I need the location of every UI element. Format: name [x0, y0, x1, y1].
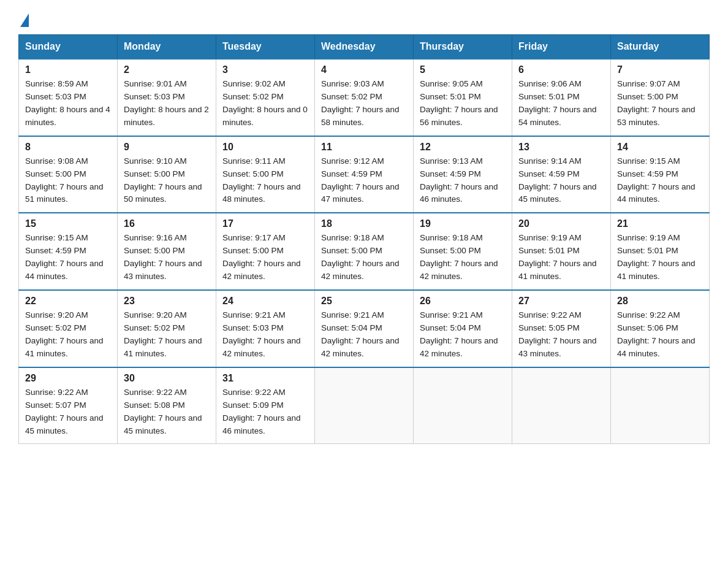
- day-number: 14: [617, 142, 703, 153]
- calendar-day-cell: 2 Sunrise: 9:01 AMSunset: 5:03 PMDayligh…: [118, 59, 216, 136]
- day-number: 10: [222, 142, 308, 153]
- day-info: Sunrise: 9:21 AMSunset: 5:04 PMDaylight:…: [321, 309, 407, 361]
- day-info: Sunrise: 9:18 AMSunset: 5:00 PMDaylight:…: [420, 232, 506, 283]
- calendar-day-cell: 3 Sunrise: 9:02 AMSunset: 5:02 PMDayligh…: [216, 59, 315, 136]
- day-info: Sunrise: 9:05 AMSunset: 5:01 PMDaylight:…: [420, 78, 506, 129]
- day-info: Sunrise: 9:22 AMSunset: 5:08 PMDaylight:…: [124, 386, 210, 438]
- day-info: Sunrise: 9:02 AMSunset: 5:02 PMDaylight:…: [222, 78, 308, 129]
- calendar-day-cell: 23 Sunrise: 9:20 AMSunset: 5:02 PMDaylig…: [118, 290, 216, 367]
- day-number: 24: [222, 296, 308, 307]
- day-info: Sunrise: 9:17 AMSunset: 5:00 PMDaylight:…: [222, 232, 308, 283]
- day-info: Sunrise: 9:07 AMSunset: 5:00 PMDaylight:…: [617, 78, 703, 129]
- calendar-day-cell: 25 Sunrise: 9:21 AMSunset: 5:04 PMDaylig…: [315, 290, 414, 367]
- day-number: 12: [420, 142, 506, 153]
- day-number: 3: [222, 64, 308, 75]
- calendar-day-cell: 1 Sunrise: 8:59 AMSunset: 5:03 PMDayligh…: [19, 59, 118, 136]
- day-info: Sunrise: 9:01 AMSunset: 5:03 PMDaylight:…: [124, 78, 210, 129]
- day-info: Sunrise: 9:15 AMSunset: 4:59 PMDaylight:…: [25, 232, 111, 283]
- weekday-header-tuesday: Tuesday: [216, 35, 315, 59]
- day-number: 13: [518, 142, 604, 153]
- day-number: 28: [617, 296, 703, 307]
- weekday-header-monday: Monday: [118, 35, 216, 59]
- calendar-day-cell: 29 Sunrise: 9:22 AMSunset: 5:07 PMDaylig…: [19, 367, 118, 444]
- calendar-day-cell: 27 Sunrise: 9:22 AMSunset: 5:05 PMDaylig…: [512, 290, 611, 367]
- day-number: 6: [518, 64, 604, 75]
- calendar-day-cell: 30 Sunrise: 9:22 AMSunset: 5:08 PMDaylig…: [118, 367, 216, 444]
- day-number: 5: [420, 64, 506, 75]
- calendar-day-cell: 19 Sunrise: 9:18 AMSunset: 5:00 PMDaylig…: [414, 213, 512, 290]
- calendar-day-cell: [611, 367, 710, 444]
- calendar-day-cell: 17 Sunrise: 9:17 AMSunset: 5:00 PMDaylig…: [216, 213, 315, 290]
- calendar-day-cell: 26 Sunrise: 9:21 AMSunset: 5:04 PMDaylig…: [414, 290, 512, 367]
- calendar-day-cell: 14 Sunrise: 9:15 AMSunset: 4:59 PMDaylig…: [611, 136, 710, 213]
- day-number: 8: [25, 142, 111, 153]
- calendar-day-cell: 5 Sunrise: 9:05 AMSunset: 5:01 PMDayligh…: [414, 59, 512, 136]
- calendar-table: SundayMondayTuesdayWednesdayThursdayFrid…: [18, 34, 710, 444]
- day-number: 9: [124, 142, 210, 153]
- day-info: Sunrise: 9:22 AMSunset: 5:05 PMDaylight:…: [518, 309, 604, 361]
- calendar-day-cell: 31 Sunrise: 9:22 AMSunset: 5:09 PMDaylig…: [216, 367, 315, 444]
- day-info: Sunrise: 9:21 AMSunset: 5:04 PMDaylight:…: [420, 309, 506, 361]
- day-number: 4: [321, 64, 407, 75]
- calendar-day-cell: 7 Sunrise: 9:07 AMSunset: 5:00 PMDayligh…: [611, 59, 710, 136]
- calendar-day-cell: 15 Sunrise: 9:15 AMSunset: 4:59 PMDaylig…: [19, 213, 118, 290]
- day-number: 26: [420, 296, 506, 307]
- day-info: Sunrise: 9:19 AMSunset: 5:01 PMDaylight:…: [518, 232, 604, 283]
- day-number: 23: [124, 296, 210, 307]
- calendar-week-row: 22 Sunrise: 9:20 AMSunset: 5:02 PMDaylig…: [19, 290, 710, 367]
- day-info: Sunrise: 9:22 AMSunset: 5:06 PMDaylight:…: [617, 309, 703, 361]
- day-info: Sunrise: 9:11 AMSunset: 5:00 PMDaylight:…: [222, 155, 308, 207]
- day-info: Sunrise: 9:19 AMSunset: 5:01 PMDaylight:…: [617, 232, 703, 283]
- day-number: 11: [321, 142, 407, 153]
- day-info: Sunrise: 9:12 AMSunset: 4:59 PMDaylight:…: [321, 155, 407, 207]
- calendar-week-row: 1 Sunrise: 8:59 AMSunset: 5:03 PMDayligh…: [19, 59, 710, 136]
- calendar-day-cell: 6 Sunrise: 9:06 AMSunset: 5:01 PMDayligh…: [512, 59, 611, 136]
- day-number: 7: [617, 64, 703, 75]
- day-info: Sunrise: 9:14 AMSunset: 4:59 PMDaylight:…: [518, 155, 604, 207]
- calendar-day-cell: 13 Sunrise: 9:14 AMSunset: 4:59 PMDaylig…: [512, 136, 611, 213]
- calendar-day-cell: 11 Sunrise: 9:12 AMSunset: 4:59 PMDaylig…: [315, 136, 414, 213]
- day-info: Sunrise: 9:22 AMSunset: 5:07 PMDaylight:…: [25, 386, 111, 438]
- day-info: Sunrise: 9:16 AMSunset: 5:00 PMDaylight:…: [124, 232, 210, 283]
- day-number: 20: [518, 218, 604, 229]
- day-number: 18: [321, 218, 407, 229]
- day-info: Sunrise: 8:59 AMSunset: 5:03 PMDaylight:…: [25, 78, 111, 129]
- calendar-day-cell: 20 Sunrise: 9:19 AMSunset: 5:01 PMDaylig…: [512, 213, 611, 290]
- calendar-week-row: 8 Sunrise: 9:08 AMSunset: 5:00 PMDayligh…: [19, 136, 710, 213]
- calendar-day-cell: 16 Sunrise: 9:16 AMSunset: 5:00 PMDaylig…: [118, 213, 216, 290]
- calendar-day-cell: 12 Sunrise: 9:13 AMSunset: 4:59 PMDaylig…: [414, 136, 512, 213]
- day-info: Sunrise: 9:15 AMSunset: 4:59 PMDaylight:…: [617, 155, 703, 207]
- calendar-day-cell: [315, 367, 414, 444]
- day-info: Sunrise: 9:08 AMSunset: 5:00 PMDaylight:…: [25, 155, 111, 207]
- day-number: 22: [25, 296, 111, 307]
- day-info: Sunrise: 9:03 AMSunset: 5:02 PMDaylight:…: [321, 78, 407, 129]
- weekday-header-wednesday: Wednesday: [315, 35, 414, 59]
- day-number: 16: [124, 218, 210, 229]
- day-info: Sunrise: 9:21 AMSunset: 5:03 PMDaylight:…: [222, 309, 308, 361]
- day-number: 17: [222, 218, 308, 229]
- calendar-day-cell: 18 Sunrise: 9:18 AMSunset: 5:00 PMDaylig…: [315, 213, 414, 290]
- logo-triangle-icon: [20, 13, 29, 27]
- weekday-header-row: SundayMondayTuesdayWednesdayThursdayFrid…: [19, 35, 710, 59]
- day-number: 15: [25, 218, 111, 229]
- day-info: Sunrise: 9:22 AMSunset: 5:09 PMDaylight:…: [222, 386, 308, 438]
- day-number: 19: [420, 218, 506, 229]
- calendar-day-cell: 28 Sunrise: 9:22 AMSunset: 5:06 PMDaylig…: [611, 290, 710, 367]
- day-number: 29: [25, 373, 111, 384]
- calendar-day-cell: [512, 367, 611, 444]
- calendar-day-cell: 21 Sunrise: 9:19 AMSunset: 5:01 PMDaylig…: [611, 213, 710, 290]
- day-info: Sunrise: 9:13 AMSunset: 4:59 PMDaylight:…: [420, 155, 506, 207]
- calendar-day-cell: [414, 367, 512, 444]
- page-header: [18, 12, 710, 25]
- day-number: 31: [222, 373, 308, 384]
- day-number: 1: [25, 64, 111, 75]
- weekday-header-friday: Friday: [512, 35, 611, 59]
- logo: [18, 12, 29, 25]
- day-number: 25: [321, 296, 407, 307]
- calendar-day-cell: 24 Sunrise: 9:21 AMSunset: 5:03 PMDaylig…: [216, 290, 315, 367]
- calendar-day-cell: 4 Sunrise: 9:03 AMSunset: 5:02 PMDayligh…: [315, 59, 414, 136]
- calendar-week-row: 15 Sunrise: 9:15 AMSunset: 4:59 PMDaylig…: [19, 213, 710, 290]
- calendar-week-row: 29 Sunrise: 9:22 AMSunset: 5:07 PMDaylig…: [19, 367, 710, 444]
- day-info: Sunrise: 9:10 AMSunset: 5:00 PMDaylight:…: [124, 155, 210, 207]
- day-number: 27: [518, 296, 604, 307]
